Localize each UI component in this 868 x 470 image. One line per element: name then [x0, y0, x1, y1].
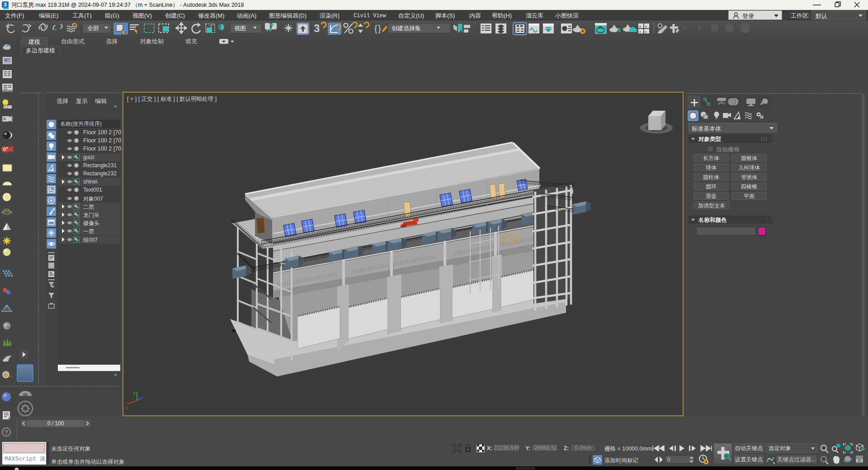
svg-text:z: z	[133, 391, 136, 395]
svg-text:创建选择集: 创建选择集	[392, 25, 421, 32]
svg-text:3: 3	[4, 2, 6, 7]
svg-text:x: x	[126, 405, 128, 410]
svg-text:O: O	[4, 373, 7, 377]
svg-text:{ }: { }	[374, 24, 381, 33]
svg-text:3: 3	[314, 22, 320, 34]
svg-text:全部: 全部	[87, 25, 99, 32]
svg-text:[ + ] [ 正交 ] [ 标准 ] [ 默认明暗处: [ + ] [ 正交 ] [ 标准 ] [ 默认明暗处理 ]	[127, 96, 217, 102]
svg-text:HF: HF	[3, 358, 8, 362]
svg-text:?: ?	[5, 429, 8, 436]
svg-text:视图: 视图	[234, 25, 246, 32]
